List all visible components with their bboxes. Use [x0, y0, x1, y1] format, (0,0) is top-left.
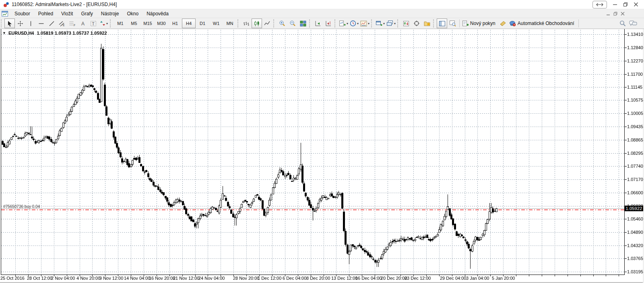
- timeframe-m30-button[interactable]: M30: [155, 19, 168, 28]
- line-chart-button[interactable]: [262, 19, 272, 28]
- dropdown-arrow-icon: ▾: [368, 22, 369, 25]
- price-tick-label: 1.09435: [627, 124, 643, 129]
- date-tick-label: 16 Nov 20:00: [149, 276, 175, 281]
- resize-arrows-button[interactable]: [592, 1, 607, 8]
- new-chart-button[interactable]: ▾: [375, 19, 386, 28]
- price-tick-label: 1.10005: [627, 111, 643, 116]
- toolbar-grip[interactable]: [273, 19, 276, 27]
- data-window-button[interactable]: [401, 19, 411, 28]
- text-tool-button[interactable]: A: [78, 19, 88, 28]
- toolbar-grip[interactable]: [309, 19, 312, 27]
- zoom-in-button[interactable]: [277, 19, 287, 28]
- menu-okno[interactable]: Okno: [123, 10, 142, 17]
- navigator-button[interactable]: [411, 19, 422, 28]
- toolbar-grip[interactable]: [110, 19, 112, 27]
- autotrading-button[interactable]: Automatické Obchodování: [508, 19, 577, 28]
- child-minimize-button[interactable]: [605, 11, 611, 16]
- fibonacci-tool-button[interactable]: F: [67, 19, 78, 28]
- price-tick-label: 1.08295: [627, 151, 643, 156]
- toolbar-grip[interactable]: [1, 19, 3, 27]
- templates-button[interactable]: ▾: [359, 19, 370, 28]
- crosshair-tool-button[interactable]: [15, 19, 25, 28]
- horizontal-line-tool-button[interactable]: [36, 19, 46, 28]
- toolbar-grip[interactable]: [371, 19, 374, 27]
- timeframe-m15-button[interactable]: M15: [141, 19, 155, 28]
- periods-button[interactable]: ▾: [349, 19, 359, 28]
- new-order-label: Nový pokyn: [470, 21, 495, 26]
- equidistant-channel-tool-button[interactable]: E: [57, 19, 67, 28]
- chart-area[interactable]: ▼ EURUSD,H4 1.05819 1.05973 1.05737 1.05…: [0, 29, 644, 283]
- date-tick-label: 8 Dec 20:00: [306, 276, 330, 281]
- trendline-tool-button[interactable]: [46, 19, 57, 28]
- timeframe-h4-button[interactable]: H4: [182, 19, 196, 28]
- feedback-icon[interactable]: [628, 19, 638, 28]
- toolbar-grip[interactable]: [237, 19, 240, 27]
- toolbar-grip[interactable]: [334, 19, 337, 27]
- strategy-tester-button[interactable]: [447, 19, 458, 28]
- text-label-tool-button[interactable]: T: [88, 19, 99, 28]
- date-tick-label: 21 Nov 12:00: [173, 276, 199, 281]
- auto-scroll-button[interactable]: [313, 19, 323, 28]
- price-tick-label: 1.07740: [627, 164, 643, 169]
- toolbar-grip[interactable]: [397, 19, 400, 27]
- price-tick-label: 1.04890: [627, 230, 643, 235]
- timeframe-w1-button[interactable]: W1: [209, 19, 223, 28]
- arrows-tool-button[interactable]: ▾: [99, 19, 109, 28]
- price-tick-label: 1.07170: [627, 177, 643, 182]
- menu-vlozit[interactable]: Vložit: [57, 10, 77, 17]
- svg-text:T: T: [92, 21, 95, 26]
- timeframe-d1-button[interactable]: D1: [196, 19, 209, 28]
- menu-grafy[interactable]: Grafy: [77, 10, 97, 17]
- dropdown-arrow-icon: ▾: [347, 22, 348, 25]
- menu-napoveda[interactable]: Nápověda: [142, 10, 173, 17]
- cursor-tool-button[interactable]: [4, 19, 15, 28]
- indicators-button[interactable]: ▾: [338, 19, 349, 28]
- price-tick-label: 1.12840: [627, 45, 643, 50]
- symbol-timeframe-label: EURUSD,H4: [8, 31, 34, 35]
- profiles-button[interactable]: ▾: [386, 19, 396, 28]
- eraser-button[interactable]: [498, 19, 508, 28]
- menu-nastroje[interactable]: Nástroje: [97, 10, 123, 17]
- price-tick-label: 1.11700: [627, 72, 643, 77]
- search-icon[interactable]: [617, 19, 628, 28]
- one-click-trading-toggle[interactable]: ▼: [2, 31, 6, 35]
- timeframe-h1-button[interactable]: H1: [168, 19, 182, 28]
- price-tick-label: 1.11145: [627, 85, 642, 89]
- child-close-button[interactable]: [620, 11, 625, 16]
- toolbar-separator: [578, 19, 579, 27]
- child-restore-button[interactable]: [613, 11, 618, 16]
- metatrader-logo-icon: [3, 2, 9, 7]
- svg-text:A: A: [81, 21, 85, 27]
- new-order-button[interactable]: Nový pokyn: [461, 19, 498, 28]
- open-order-label[interactable]: #75650736 buy 0.04: [3, 204, 40, 209]
- toolbar-separator: [459, 19, 460, 27]
- timeframe-mn-button[interactable]: MN: [223, 19, 237, 28]
- close-button[interactable]: [634, 2, 638, 7]
- date-tick-label: 28 Nov 20:00: [233, 276, 259, 281]
- current-price-tag: 1.05922: [625, 206, 643, 211]
- price-chart-canvas[interactable]: [0, 29, 644, 283]
- tile-windows-button[interactable]: [298, 19, 308, 28]
- restore-button[interactable]: [623, 2, 628, 7]
- vertical-line-tool-button[interactable]: [25, 19, 36, 28]
- toolbar-grip[interactable]: [433, 19, 436, 27]
- minimize-button[interactable]: [613, 2, 617, 7]
- price-tick-label: 1.03765: [627, 256, 643, 261]
- menu-pohled[interactable]: Pohled: [34, 10, 57, 17]
- bar-chart-button[interactable]: [241, 19, 252, 28]
- date-tick-label: 3 Jan 04:00: [466, 276, 489, 281]
- zoom-out-button[interactable]: [287, 19, 298, 28]
- date-tick-label: 28 Oct 12:00: [27, 276, 52, 281]
- svg-text:E: E: [63, 24, 65, 27]
- timeframe-m5-button[interactable]: M5: [127, 19, 141, 28]
- candlestick-chart-button[interactable]: [252, 19, 262, 28]
- toolbar: E F A T ▾ M1 M5 M15 M30 H1 H4 D1 W1 MN ▾…: [0, 18, 644, 29]
- timeframe-m1-button[interactable]: M1: [114, 19, 127, 28]
- favorites-button[interactable]: [422, 19, 432, 28]
- dropdown-arrow-icon: ▾: [383, 22, 385, 25]
- title-bar: 11060852: AdmiralMarkets-Live2 - [EURUSD…: [0, 0, 644, 9]
- terminal-button[interactable]: [437, 19, 447, 28]
- date-tick-label: 1 Dec 12:00: [258, 276, 281, 281]
- chart-shift-button[interactable]: [323, 19, 334, 28]
- menu-soubor[interactable]: Soubor: [10, 10, 34, 17]
